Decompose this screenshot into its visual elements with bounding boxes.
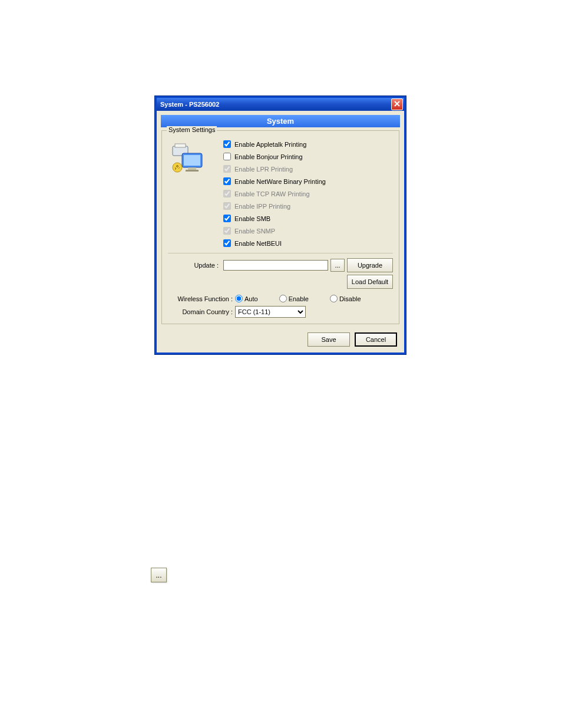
enable-checkbox	[223, 190, 231, 197]
checkbox-label: Enable LPR Printing	[234, 166, 293, 173]
checkbox-label: Enable Bonjour Printing	[234, 153, 303, 160]
enable-checkbox	[223, 165, 231, 173]
checkbox-row: Enable NetBEUI	[223, 237, 393, 249]
domain-label: Domain Country :	[168, 308, 235, 315]
svg-rect-4	[188, 167, 196, 170]
enable-checkbox[interactable]	[223, 239, 231, 247]
checkbox-label: Enable SNMP	[234, 228, 275, 235]
svg-rect-1	[175, 144, 186, 147]
group-legend: System Settings	[167, 126, 217, 133]
printer-monitor-icon	[170, 143, 206, 178]
checkbox-row: Enable IPP Printing	[223, 200, 393, 212]
close-icon	[394, 101, 400, 108]
update-label: Update :	[168, 262, 221, 269]
svg-rect-3	[184, 155, 200, 166]
system-settings-group: System Settings Enable Appleta	[161, 130, 399, 324]
checkbox-row: Enable Appletalk Printing	[223, 138, 393, 150]
enable-checkbox	[223, 202, 231, 210]
enable-checkbox[interactable]	[223, 140, 231, 148]
wireless-radio-option[interactable]: Disable	[330, 295, 361, 302]
wireless-radio-option[interactable]: Enable	[279, 295, 309, 302]
titlebar[interactable]: System - PS256002	[157, 98, 404, 111]
load-default-button[interactable]: Load Default	[347, 275, 393, 289]
wireless-radio-option[interactable]: Auto	[235, 295, 258, 302]
enable-checkbox[interactable]	[223, 153, 231, 160]
update-input[interactable]	[223, 260, 328, 271]
checkbox-row: Enable SNMP	[223, 225, 393, 237]
enable-checkbox[interactable]	[223, 215, 231, 222]
checkbox-row: Enable LPR Printing	[223, 163, 393, 175]
checkbox-row: Enable SMB	[223, 212, 393, 225]
browse-button[interactable]: ...	[330, 259, 345, 272]
cancel-button[interactable]: Cancel	[355, 332, 397, 347]
system-dialog: System - PS256002 System System Settings	[155, 96, 406, 354]
checkbox-label: Enable IPP Printing	[234, 203, 290, 210]
radio-label: Enable	[289, 295, 309, 302]
radio-input[interactable]	[235, 295, 243, 302]
radio-input[interactable]	[330, 295, 338, 302]
checkbox-label: Enable TCP RAW Printing	[234, 190, 310, 197]
checkbox-row: Enable NetWare Binary Printing	[223, 175, 393, 187]
upgrade-button[interactable]: Upgrade	[347, 258, 393, 272]
checkbox-label: Enable Appletalk Printing	[234, 141, 306, 148]
divider	[168, 253, 393, 253]
window-title: System - PS256002	[160, 101, 219, 108]
save-button[interactable]: Save	[308, 332, 350, 347]
floating-browse-button[interactable]: ...	[151, 568, 167, 582]
enable-checkbox	[223, 227, 231, 235]
checkbox-row: Enable TCP RAW Printing	[223, 187, 393, 200]
checkbox-label: Enable NetBEUI	[234, 240, 282, 247]
checkbox-row: Enable Bonjour Printing	[223, 150, 393, 163]
wireless-label: Wireless Function :	[168, 295, 235, 302]
checkbox-label: Enable SMB	[234, 215, 270, 222]
domain-country-select[interactable]: FCC (1-11)	[235, 306, 306, 318]
svg-rect-5	[186, 170, 199, 172]
checkbox-label: Enable NetWare Binary Printing	[234, 178, 326, 185]
radio-label: Disable	[339, 295, 361, 302]
radio-label: Auto	[244, 295, 258, 302]
radio-input[interactable]	[279, 295, 287, 302]
close-button[interactable]	[391, 98, 403, 110]
enable-checkbox[interactable]	[223, 177, 231, 185]
